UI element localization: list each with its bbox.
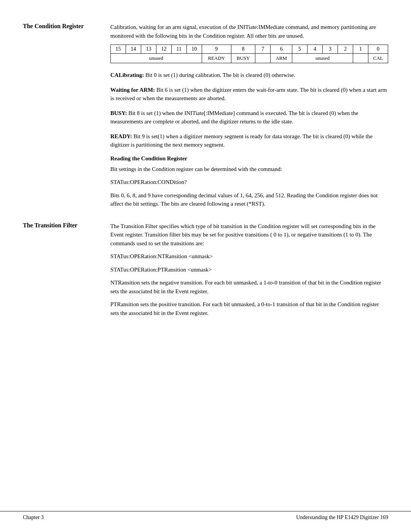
busy-text: BUSY: Bit 8 is set (1) when the INITiate…: [110, 109, 388, 126]
ptransition-text: PTRansition sets the positive transition…: [110, 300, 388, 317]
label-unused-right: unused: [292, 54, 353, 63]
transition-command1: STATus:OPERation:NTRansition <unmask>: [110, 252, 388, 261]
calibrating-description: CALibrating: Bit 0 is set (1) during cal…: [110, 71, 388, 80]
waiting-arm-text: Waiting for ARM: Bit 6 is set (1) when t…: [110, 86, 388, 103]
condition-register-intro: Calibration, waiting for an arm signal, …: [110, 23, 388, 40]
content-area: The Condition Register Calibration, wait…: [0, 23, 411, 322]
register-numbers-row: 15 14 13 12 11 10 9 8 7 6 5 4 3 2: [111, 45, 388, 54]
busy-body: Bit 8 is set (1) when the INITiate[:IMMe…: [110, 110, 358, 125]
bit-0: 0: [368, 45, 388, 54]
label-ready: READY: [202, 54, 231, 63]
condition-register-title: The Condition Register: [23, 23, 84, 29]
ntransition-text: NTRansition sets the negative transition…: [110, 278, 388, 296]
bit-12: 12: [156, 45, 171, 54]
label-unused-left: unused: [111, 54, 202, 63]
bit-2: 2: [338, 45, 353, 54]
section-label-condition: The Condition Register: [23, 23, 110, 213]
calibrating-term: CALibrating:: [110, 72, 144, 78]
bit-14: 14: [126, 45, 141, 54]
bit-11: 11: [171, 45, 186, 54]
busy-description: BUSY: Bit 8 is set (1) when the INITiate…: [110, 109, 388, 126]
bit-9: 9: [202, 45, 231, 54]
ready-text: READY: Bit 9 is set(1) when a digitizer …: [110, 132, 388, 149]
register-table: 15 14 13 12 11 10 9 8 7 6 5 4 3 2: [110, 45, 388, 63]
busy-term: BUSY:: [110, 110, 127, 116]
register-labels-row: unused READY BUSY ARM unused CAL: [111, 54, 388, 63]
condition-register-section: The Condition Register Calibration, wait…: [23, 23, 388, 213]
label-arm: ARM: [271, 54, 292, 63]
bit-10: 10: [186, 45, 202, 54]
page: The Condition Register Calibration, wait…: [0, 0, 411, 532]
transition-command2: STATus:OPERation:PTRansition <unmask>: [110, 265, 388, 274]
reading-subsection: Reading the Condition Register Bit setti…: [110, 155, 388, 208]
page-footer: Chapter 3 Understanding the HP E1429 Dig…: [0, 511, 411, 521]
ready-body: Bit 9 is set(1) when a digitizer memory …: [110, 133, 373, 148]
ready-term: READY:: [110, 133, 132, 139]
reading-subsection-title: Reading the Condition Register: [110, 155, 388, 162]
calibrating-text: CALibrating: Bit 0 is set (1) during cal…: [110, 71, 388, 80]
ready-description: READY: Bit 9 is set(1) when a digitizer …: [110, 132, 388, 149]
section-label-transition: The Transition Filter: [23, 222, 110, 322]
bit-4: 4: [307, 45, 323, 54]
reading-intro: Bit settings in the Condition register c…: [110, 165, 388, 174]
footer-chapter: Chapter 3: [23, 514, 44, 521]
reading-command: STATus:OPERation:CONDition?: [110, 178, 388, 187]
waiting-arm-description: Waiting for ARM: Bit 6 is set (1) when t…: [110, 86, 388, 103]
bit-6: 6: [271, 45, 292, 54]
bit-3: 3: [323, 45, 338, 54]
calibrating-body: Bit 0 is set (1) during calibration. The…: [144, 72, 295, 78]
waiting-arm-term: Waiting for ARM:: [110, 87, 155, 93]
bit-5: 5: [292, 45, 307, 54]
bit-7: 7: [255, 45, 271, 54]
bit-1: 1: [353, 45, 368, 54]
label-empty-1: [353, 54, 368, 63]
transition-filter-intro: The Transition Filter specifies which ty…: [110, 222, 388, 248]
transition-filter-content: The Transition Filter specifies which ty…: [110, 222, 388, 322]
reading-detail: Bits 0, 6, 8, and 9 have corresponding d…: [110, 191, 388, 208]
label-empty-7: [255, 54, 271, 63]
label-cal: CAL: [368, 54, 388, 63]
bit-13: 13: [141, 45, 156, 54]
transition-filter-section: The Transition Filter The Transition Fil…: [23, 222, 388, 322]
bit-8: 8: [231, 45, 255, 54]
footer-page-info: Understanding the HP E1429 Digitizer 169: [296, 514, 388, 521]
bit-15: 15: [111, 45, 126, 54]
condition-register-content: Calibration, waiting for an arm signal, …: [110, 23, 388, 213]
transition-filter-title: The Transition Filter: [23, 222, 77, 228]
label-busy: BUSY: [231, 54, 255, 63]
